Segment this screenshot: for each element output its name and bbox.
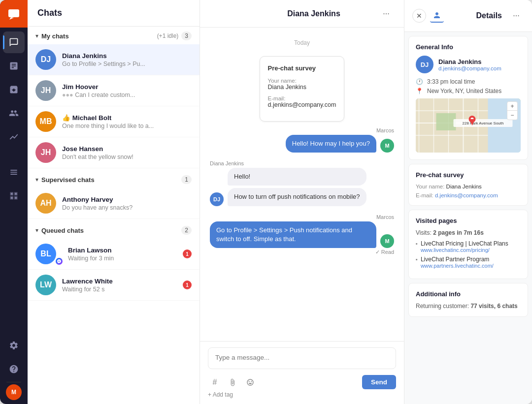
chat-info-diana: Diana Jenkins Go to Profile > Settings >… — [62, 52, 192, 67]
emoji-icon[interactable] — [243, 375, 257, 389]
zoom-out-button[interactable]: − — [507, 111, 517, 120]
chat-item-diana[interactable]: DJ Diana Jenkins Go to Profile > Setting… — [28, 44, 200, 75]
message-input[interactable] — [208, 347, 396, 369]
user-avatar[interactable]: M — [6, 384, 22, 400]
my-chats-count: 3 — [181, 31, 192, 40]
chat-header-title: Diana Jenkins — [249, 9, 378, 18]
supervised-chats-section-header[interactable]: ▾ Supervised chats 1 — [28, 170, 200, 188]
add-tag-button[interactable]: + Add tag — [208, 391, 396, 398]
panel-title: Chats — [37, 8, 62, 18]
chat-input-area: # Send + Add tag — [200, 341, 404, 404]
queued-chats-section-header[interactable]: ▾ Queued chats 2 — [28, 221, 200, 239]
nav-help[interactable] — [3, 358, 25, 380]
nav-team[interactable] — [3, 102, 25, 124]
user-avatar-1: DJ — [210, 192, 224, 206]
survey-name-value-d: Diana Jenkins — [446, 184, 482, 189]
panel-header: Chats — [28, 0, 200, 27]
queued-chats-count: 2 — [181, 226, 192, 235]
chat-item-jose[interactable]: JH Jose Hansen Don't eat the yellow snow… — [28, 137, 200, 168]
chat-preview-jose: Don't eat the yellow snow! — [62, 154, 192, 160]
general-info-section: General Info DJ Diana Jenkins d.jenkins@… — [408, 36, 528, 160]
hashtag-icon[interactable]: # — [208, 375, 222, 389]
location-icon: 📍 — [416, 88, 423, 94]
messenger-badge-brian — [56, 258, 63, 265]
svg-text:228 Park Avenue South: 228 Park Avenue South — [463, 121, 504, 125]
map-placeholder[interactable]: 228 Park Avenue South + − — [416, 98, 521, 153]
user-bubble-1: Hello! — [228, 168, 366, 186]
details-panel: ✕ Details ··· General Info DJ Diana Jenk… — [404, 0, 532, 404]
app-container: M Chats ▾ My chats (+1 idle) 3 DJ Diana … — [0, 0, 532, 404]
agent-avatar-1: M — [380, 139, 394, 153]
more-options-button[interactable]: ··· — [378, 6, 394, 22]
details-user-avatar: DJ — [416, 56, 433, 73]
page-url-1[interactable]: www.livechatinc.com/pricing/ — [421, 247, 508, 253]
agent-msg-row-1: M Hello! How may I help you? — [210, 135, 394, 153]
chat-name-brian: Brian Lawson — [68, 247, 183, 254]
icon-bar-bottom: M — [3, 331, 25, 404]
chat-item-brian[interactable]: BL Brian Lawson Waiting for 3 min 1 — [28, 239, 200, 270]
user-msg-row-1: DJ Hello! How to turn off push notificat… — [210, 168, 394, 206]
survey-email-value: d.jenkins@company.com — [268, 101, 336, 108]
nav-chats[interactable] — [3, 31, 25, 53]
badge-brian: 1 — [183, 249, 192, 258]
avatar-jim: JH — [35, 80, 56, 101]
my-chats-section-header[interactable]: ▾ My chats (+1 idle) 3 — [28, 27, 200, 44]
app-logo[interactable] — [0, 0, 28, 28]
nav-widget[interactable] — [3, 185, 25, 207]
queued-chats-label: Queued chats — [41, 227, 181, 234]
chat-preview-diana: Go to Profile > Settings > Pu... — [62, 61, 192, 67]
agent-msg-row-2: M Go to Profile > Settings > Push notifi… — [210, 221, 394, 248]
icon-bar: M — [0, 0, 28, 404]
close-details-button[interactable]: ✕ — [412, 9, 426, 23]
general-info-title: General Info — [416, 43, 521, 51]
survey-name-value: Diana Jenkins — [268, 84, 336, 91]
page-info-1: LiveChat Pricing | LiveChat Plans www.li… — [421, 240, 508, 253]
chat-preview-anthony: Do you have any snacks? — [62, 204, 192, 211]
survey-card-wrapper: Pre-chat survey Your name: Diana Jenkins… — [210, 56, 394, 122]
badge-lawrence: 1 — [183, 280, 192, 289]
survey-card: Pre-chat survey Your name: Diana Jenkins… — [260, 56, 345, 122]
nav-bots[interactable] — [3, 161, 25, 183]
my-chats-chevron: ▾ — [35, 32, 38, 39]
pre-chat-survey-section: Pre-chat survey Your name: Diana Jenkins… — [408, 164, 528, 206]
nav-analytics[interactable] — [3, 126, 25, 148]
page-url-2[interactable]: www.partners.livechatinc.com/ — [421, 263, 494, 269]
agent-msg-group-1: Marcos M Hello! How may I help you? — [210, 127, 394, 153]
agent-sender-name-2: Marcos — [210, 214, 394, 220]
zoom-in-button[interactable]: + — [507, 102, 517, 111]
returning-customer-value: 77 visits, 6 chats — [470, 303, 517, 310]
nav-divider — [6, 382, 21, 382]
user-sender-name-1: Diana Jenkins — [210, 160, 394, 166]
chat-item-anthony[interactable]: AH Anthony Harvey Do you have any snacks… — [28, 188, 200, 219]
chat-info-jim: Jim Hoover ●●● Can I create custom... — [62, 83, 192, 98]
nav-icons — [3, 28, 25, 331]
additional-info-title: Additional info — [416, 290, 521, 298]
page-icon-2: ▪ — [416, 256, 418, 262]
nav-archive[interactable] — [3, 79, 25, 100]
attachment-icon[interactable] — [226, 375, 239, 389]
chat-info-lawrence: Lawrence White Waiting for 52 s — [62, 278, 183, 293]
user-bubbles: Hello! How to turn off push notification… — [228, 168, 366, 206]
page-title-1: LiveChat Pricing | LiveChat Plans — [421, 240, 508, 247]
chat-item-lawrence[interactable]: LW Lawrence White Waiting for 52 s 1 — [28, 270, 200, 301]
send-button[interactable]: Send — [362, 375, 396, 389]
avatar-jose: JH — [35, 142, 56, 163]
nav-settings[interactable] — [3, 335, 25, 356]
avatar-wrapper-brian: BL — [35, 244, 62, 264]
page-link-2: ▪ LiveChat Partner Program www.partners.… — [416, 256, 521, 269]
supervised-chats-chevron: ▾ — [35, 176, 38, 183]
page-title-2: LiveChat Partner Program — [421, 256, 494, 263]
survey-card-title: Pre-chat survey — [268, 64, 336, 72]
details-more-button[interactable]: ··· — [508, 8, 524, 24]
agent-sender-name-1: Marcos — [210, 127, 394, 133]
avatar-diana: DJ — [35, 49, 56, 70]
nav-reports[interactable] — [3, 55, 25, 77]
details-title: Details — [476, 11, 509, 20]
chat-preview-michael: One more thing I would like to a... — [62, 123, 192, 129]
survey-email-label: E-mail: — [268, 95, 336, 101]
chat-header: Diana Jenkins ··· — [200, 0, 404, 28]
chat-item-michael[interactable]: MB 👍 Michael Bolt One more thing I would… — [28, 106, 200, 137]
avatar-brian: BL — [35, 244, 56, 264]
chat-item-jim[interactable]: JH Jim Hoover ●●● Can I create custom... — [28, 75, 200, 106]
profile-tab-button[interactable] — [430, 9, 444, 23]
